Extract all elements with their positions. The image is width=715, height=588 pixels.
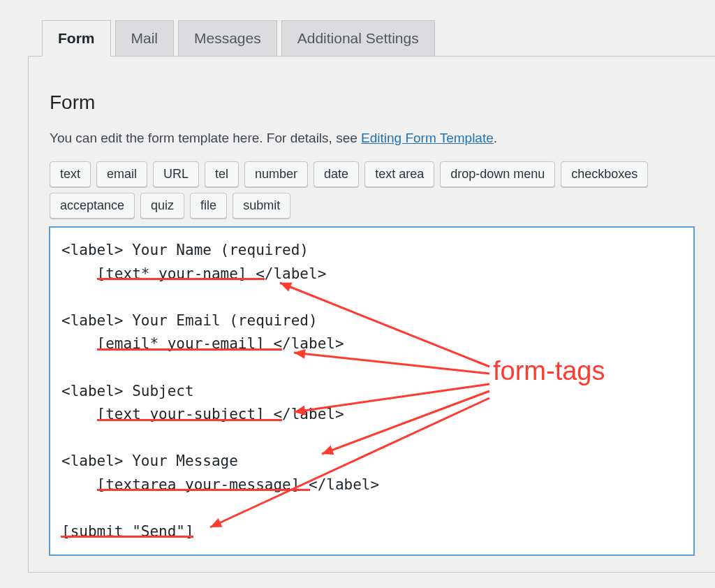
tag-button-file[interactable]: file [190,193,227,219]
tab-messages[interactable]: Messages [178,20,277,57]
tag-button-url[interactable]: URL [153,161,199,187]
tag-button-acceptance[interactable]: acceptance [50,193,135,219]
panel-desc-post: . [494,131,497,145]
editor-wrap: form-tags [50,227,694,558]
form-panel: Form You can edit the form template here… [28,56,715,573]
panel-desc-pre: You can edit the form template here. For… [50,131,361,145]
tag-button-submit[interactable]: submit [233,193,290,219]
tag-button-checkboxes[interactable]: checkboxes [561,161,648,187]
tag-button-row: textemailURLtelnumberdatetext areadrop-d… [50,161,694,219]
tag-button-text[interactable]: text [50,161,91,187]
tab-form[interactable]: Form [42,20,111,57]
tag-button-quiz[interactable]: quiz [140,193,184,219]
panel-title: Form [50,91,694,114]
tag-button-date[interactable]: date [314,161,359,187]
form-template-editor[interactable] [50,227,694,555]
panel-description: You can edit the form template here. For… [50,131,694,146]
tag-button-tel[interactable]: tel [205,161,239,187]
tag-button-email[interactable]: email [96,161,147,187]
panel-desc-link[interactable]: Editing Form Template [361,131,494,145]
tag-button-text-area[interactable]: text area [364,161,434,187]
tag-button-number[interactable]: number [244,161,308,187]
tab-bar: FormMailMessagesAdditional Settings [28,0,715,56]
tag-button-drop-down-menu[interactable]: drop-down menu [440,161,555,187]
tab-mail[interactable]: Mail [115,20,175,57]
tab-additional-settings[interactable]: Additional Settings [281,20,435,57]
